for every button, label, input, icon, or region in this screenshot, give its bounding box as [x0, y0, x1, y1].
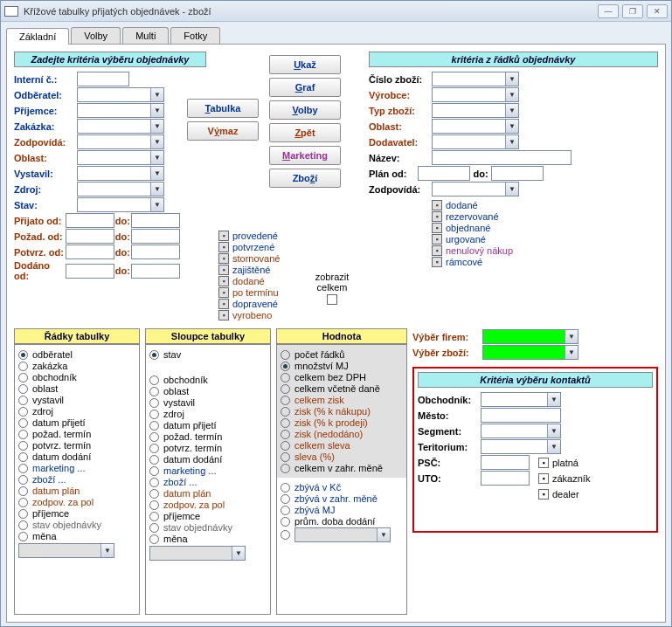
radio-item[interactable]: datum plán — [149, 488, 267, 499]
combo-k-obchodnik[interactable]: ▼ — [481, 392, 561, 407]
chk-stornovane[interactable]: ▪ — [218, 253, 229, 264]
combo-vyber-zbozi[interactable]: ▼ — [482, 345, 578, 360]
chk-r-nenulovy[interactable]: ▪ — [432, 245, 442, 256]
radio-item[interactable]: celkem bez DPH — [281, 372, 403, 382]
input-k-mesto[interactable] — [481, 408, 561, 423]
input-dodano-do[interactable] — [131, 264, 180, 279]
combo-radky-mena[interactable]: ▼ — [18, 543, 114, 558]
chk-dopravene[interactable]: ▪ — [218, 299, 229, 309]
radio-item[interactable]: zboží ... — [149, 477, 267, 487]
radio-item[interactable]: požad. termín — [18, 429, 135, 439]
radio-item[interactable]: marketing ... — [149, 465, 267, 476]
radio-item[interactable]: prům. doba dodání — [281, 516, 403, 527]
radio-item[interactable]: stav — [149, 349, 267, 360]
graf-button[interactable]: Graf — [269, 78, 341, 97]
radio-item[interactable]: měna — [149, 534, 267, 544]
input-pozad-od[interactable] — [66, 229, 114, 244]
tabulka-button[interactable]: Tabulka — [187, 99, 259, 118]
radio-item[interactable]: zboží ... — [18, 474, 135, 485]
input-potvrz-od[interactable] — [66, 245, 114, 259]
combo-sloupce-mena[interactable]: ▼ — [149, 546, 246, 561]
radio-item[interactable]: celkem v zahr. měně — [281, 463, 403, 473]
radio-item[interactable]: sleva (%) — [281, 451, 403, 462]
chk-dealer[interactable]: ▪ — [538, 489, 549, 500]
radio-item[interactable]: zodpov. za pol — [149, 500, 267, 510]
chk-provedene[interactable]: ▪ — [218, 231, 229, 241]
chk-vyrobeno[interactable]: ▪ — [218, 310, 229, 320]
radio-item[interactable]: zodpov. za pol — [18, 497, 135, 507]
radio-item[interactable]: potvrz. termín — [149, 443, 267, 453]
combo-k-segment[interactable]: ▼ — [481, 424, 561, 438]
radio-item[interactable]: celkem včetně daně — [281, 383, 403, 394]
radio-item[interactable]: potvrz. termín — [18, 440, 135, 451]
radio-item[interactable]: oblast — [18, 383, 135, 394]
input-prijato-do[interactable] — [131, 213, 180, 228]
input-interni[interactable] — [77, 72, 129, 86]
radio-item[interactable]: množství MJ — [281, 361, 403, 371]
chk-r-urgovane[interactable]: ▪ — [432, 234, 442, 245]
input-nazev[interactable] — [432, 150, 572, 165]
input-prijato-od[interactable] — [66, 213, 114, 228]
radio-item[interactable]: stav objednávky — [18, 520, 135, 530]
combo-k-teritorium[interactable]: ▼ — [481, 439, 561, 454]
chk-r-objednane[interactable]: ▪ — [432, 223, 442, 233]
radio-item[interactable]: zakázka — [18, 361, 135, 371]
chk-r-ramcove[interactable]: ▪ — [432, 257, 442, 267]
radio-item[interactable]: zisk (% k nákupu) — [281, 406, 403, 417]
radio-item[interactable]: zisk (nedodáno) — [281, 429, 403, 439]
marketing-button[interactable]: Marketing — [269, 146, 341, 165]
chk-poterminu[interactable]: ▪ — [218, 287, 229, 298]
radio-item[interactable]: marketing ... — [18, 463, 135, 473]
radio-item[interactable]: celkem sleva — [281, 440, 403, 451]
radio-item[interactable]: vystavil — [149, 397, 267, 408]
maximize-button[interactable]: ❐ — [622, 4, 643, 18]
input-pozad-do[interactable] — [131, 229, 180, 244]
radio-item[interactable]: požad. termín — [149, 431, 267, 442]
combo-hodnota-extra[interactable]: ▼ — [294, 527, 391, 542]
radio-item[interactable]: zdroj — [149, 409, 267, 419]
radio-item[interactable]: zdroj — [18, 406, 135, 417]
close-button[interactable]: ✕ — [647, 4, 668, 18]
vymaz-button[interactable]: Výmaz — [187, 121, 259, 141]
radio-item[interactable]: zisk (% k prodeji) — [281, 417, 403, 428]
input-dodano-od[interactable] — [66, 264, 114, 279]
combo-zodpovida2[interactable]: ▼ — [432, 182, 519, 196]
combo-zdroj[interactable]: ▼ — [77, 182, 164, 196]
combo-vyrobce[interactable]: ▼ — [432, 87, 519, 102]
tab-multi[interactable]: Multi — [122, 27, 169, 44]
radio-item[interactable]: příjemce — [149, 511, 267, 521]
combo-zakazka[interactable]: ▼ — [77, 119, 164, 134]
radio-item[interactable]: datum dodání — [18, 451, 135, 462]
combo-oblast[interactable]: ▼ — [77, 150, 164, 165]
input-plan-do[interactable] — [491, 166, 544, 181]
radio-item[interactable]: obchodník — [18, 372, 135, 382]
radio-item[interactable]: celkem zisk — [281, 395, 403, 405]
volby-button[interactable]: Volby — [269, 100, 341, 120]
minimize-button[interactable]: — — [598, 4, 619, 18]
zpet-button[interactable]: Zpět — [269, 123, 341, 142]
chk-r-dodane[interactable]: ▪ — [432, 200, 442, 210]
radio-item[interactable]: oblast — [149, 386, 267, 396]
radio-item[interactable]: zbývá MJ — [281, 505, 403, 515]
radio-item[interactable]: odběratel — [18, 349, 135, 360]
combo-odberatel[interactable]: ▼ — [77, 87, 164, 102]
chk-platna[interactable]: ▪ — [538, 458, 549, 468]
radio-item[interactable]: datum plán — [18, 486, 135, 496]
combo-dodavatel[interactable]: ▼ — [432, 134, 519, 149]
combo-oblast2[interactable]: ▼ — [432, 119, 519, 134]
tab-zakladni[interactable]: Základní — [6, 28, 69, 45]
chk-potvrzene[interactable]: ▪ — [218, 242, 229, 252]
chk-zajistene[interactable]: ▪ — [218, 265, 229, 275]
combo-zodpovida[interactable]: ▼ — [77, 134, 164, 149]
input-plan-od[interactable] — [418, 166, 470, 181]
combo-typ[interactable]: ▼ — [432, 103, 519, 118]
ukaz-button[interactable]: Ukaž — [269, 55, 341, 74]
radio-item[interactable]: ▼ — [281, 527, 403, 542]
input-k-uto[interactable] — [481, 471, 530, 486]
radio-item[interactable]: zbývá v Kč — [281, 482, 403, 493]
tab-fotky[interactable]: Fotky — [170, 27, 220, 44]
zbozi-button[interactable]: Zboží — [269, 169, 341, 188]
input-potvrz-do[interactable] — [131, 245, 180, 259]
radio-item[interactable]: datum přijetí — [18, 417, 135, 428]
combo-cislo[interactable]: ▼ — [432, 72, 519, 86]
